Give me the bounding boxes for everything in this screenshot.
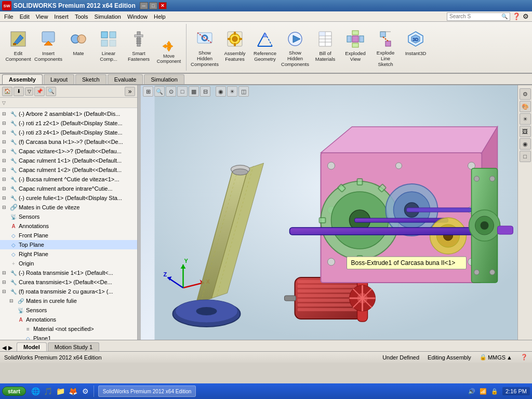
tree-item-plane1[interactable]: ◇ Plane1 [0,334,137,340]
menu-help[interactable]: Help [151,12,169,21]
window-controls[interactable]: ─ □ ✕ [140,2,167,9]
panel-search-button[interactable]: 🔍 [46,87,56,96]
feature-tree[interactable]: ⊟ 🔧 (-) Arbore 2 asamblat<1> (Default<Di… [0,108,137,340]
linear-component-button[interactable]: LinearComp... [94,26,124,69]
shadows-button[interactable]: ◫ [238,86,249,97]
tab-evaluate[interactable]: Evaluate [108,74,143,84]
zoom-to-fit-button[interactable]: ⊞ [143,86,153,97]
smart-fasteners-button[interactable]: SmartFasteners [124,26,154,69]
view-type-button[interactable]: □ [177,86,188,97]
tray-icon-3[interactable]: 🔒 [491,388,498,395]
explode-line-sketch-button[interactable]: ExplodeLineSketch [370,26,401,69]
decals-button[interactable]: 🖼 [520,126,531,137]
tree-item-top-plane[interactable]: ◇ Top Plane [0,240,137,249]
display-style-button[interactable]: ▦ [189,86,199,97]
taskbar-firefox-icon[interactable]: 🦊 [68,385,79,397]
realview-toggle[interactable]: ◉ [520,138,531,150]
start-button[interactable]: start [2,387,26,396]
tree-item-origin[interactable]: + Origin [0,259,137,268]
taskbar-solidworks-icon[interactable]: ⚙ [80,385,91,397]
tree-item-mates-curele[interactable]: ⊟ 🔗 Mates in curele fulie [0,296,137,305]
panel-pin-button[interactable]: 📌 [34,87,45,96]
tree-item-roata-gaura[interactable]: ⊟ 🔧 (f) roata transmisie 2 cu gaura<1> (… [0,287,137,296]
annotations-icon: A [17,315,25,324]
show-hidden-button[interactable]: ShowHiddenComponents [190,26,220,69]
tree-item-roti-z1z2[interactable]: ⊟ 🔧 (-) roti z1 z2<1> (Default<Display S… [0,118,137,128]
bill-of-materials-button[interactable]: Bill of Materials [310,26,340,69]
view-settings-button[interactable]: ⚙ [520,88,531,100]
tree-item-arbore[interactable]: ⊟ 🔧 (-) Arbore 2 asamblat<1> (Default<Di… [0,109,137,118]
menu-insert[interactable]: Insert [51,12,72,21]
help-button-status[interactable]: ❓ [521,354,528,361]
tree-item-front-plane[interactable]: ◇ Front Plane [0,231,137,240]
close-button[interactable]: ✕ [158,2,167,9]
model-tab[interactable]: Model [17,342,47,351]
tab-simulation[interactable]: Simulation [144,74,184,84]
tree-item-curea[interactable]: ⊟ 🔧 Curea transmisie<1> (Default<<De... [0,277,137,287]
assembly-features-button[interactable]: Assembly Features [220,26,250,69]
reference-geometry-button[interactable]: Reference Geometry [250,26,280,69]
restore-button[interactable]: □ [149,2,157,9]
menu-view[interactable]: View [33,12,51,21]
move-component-button[interactable]: MoveComponent [154,37,184,57]
panel-down-button[interactable]: ⬇ [14,87,24,96]
tree-item-capac-rulment1[interactable]: ⊟ 🔧 Capac rulment 1<1> (Default<<Default… [0,156,137,165]
mate-button[interactable]: Mate [63,26,94,69]
scene-button[interactable]: ☀ [227,86,237,97]
view-orient-button[interactable]: ⊙ [166,86,176,97]
minimize-button[interactable]: ─ [140,2,148,9]
tab-assembly[interactable]: Assembly [2,74,43,84]
tab-sketch[interactable]: Sketch [75,74,107,84]
help-icon[interactable]: ❓ [512,12,521,20]
tree-item-annotations[interactable]: A Annotations [0,221,137,231]
tray-icon-2[interactable]: 📶 [480,388,487,395]
tree-item-roti-z3z4[interactable]: ⊟ 🔧 (-) roti z3 z4<1> (Default<Display S… [0,128,137,137]
tree-item-curele[interactable]: ⊟ 🔧 (-) curele fulie<1> (Default<Display… [0,193,137,203]
menu-window[interactable]: Window [124,12,151,21]
tray-icon-1[interactable]: 🔊 [468,388,475,395]
options-icon[interactable]: ⚙ [523,12,529,20]
instant3d-button[interactable]: 3D Instant3D [401,26,431,69]
menu-tools[interactable]: Tools [72,12,91,21]
display-toggle[interactable]: □ [520,151,531,162]
taskbar-sw-window[interactable]: SolidWorks Premium 2012 x64 Edition [98,385,196,397]
panel-home-button[interactable]: 🏠 [2,87,12,96]
tree-item-capac-rulment2[interactable]: ⊟ 🔧 Capac rulment 1<2> (Default<<Default… [0,165,137,175]
exploded-view-button[interactable]: Exploded View [340,26,370,69]
tree-item-roata-transmisie[interactable]: ⊟ 🔧 (-) Roata transmisie 1<1> (Default<.… [0,268,137,277]
tree-item-material[interactable]: ≡ Material <not specified> [0,324,137,334]
edit-component-button[interactable]: EditComponent [3,26,33,69]
next-tab-button[interactable]: ▶ [8,344,12,351]
menu-simulation[interactable]: Simulation [91,12,124,21]
tree-item-right-plane[interactable]: ◇ Right Plane [0,249,137,259]
panel-expand-button[interactable]: » [125,87,135,96]
motion-study-tab[interactable]: Motion Study 1 [48,342,99,351]
taskbar-ie-icon[interactable]: 🌐 [30,385,42,397]
tree-item-annotations2[interactable]: A Annotations [0,315,137,324]
scene-button-side[interactable]: ☀ [520,113,531,125]
svg-point-123 [233,169,248,175]
tree-item-mates-cutie[interactable]: ⊟ 🔗 Mates in Cutie de viteze [0,203,137,212]
tab-layout[interactable]: Layout [44,74,74,84]
units-dropdown-icon[interactable]: ▲ [507,354,512,361]
tree-item-bucsa[interactable]: ⊟ 🔧 (-) Bucsa rulment ^Cutie de viteza<1… [0,175,137,184]
menu-edit[interactable]: Edit [17,12,33,21]
3d-viewport[interactable]: ⊞ 🔍 ⊙ □ ▦ ⊟ ◉ ☀ ◫ [141,85,532,340]
taskbar-explorer-icon[interactable]: 📁 [55,385,66,397]
tree-item-carcasa[interactable]: ⊟ 🔧 (f) Carcasa buna I<1>->? (Default<<D… [0,137,137,147]
tree-item-sensors[interactable]: 📡 Sensors [0,212,137,221]
search-input[interactable] [449,14,501,19]
tree-item-capac-vizitare[interactable]: ⊟ 🔧 Capac vizitare<1>->? (Default<<Defau… [0,147,137,156]
tree-item-sensors2[interactable]: 📡 Sensors [0,305,137,315]
prev-tab-button[interactable]: ◀ [2,344,6,351]
realview-button[interactable]: ◉ [216,86,226,97]
menu-file[interactable]: File [1,12,17,21]
new-motion-study-button[interactable]: Show Hidden Components [280,26,310,69]
taskbar-media-icon[interactable]: 🎵 [43,385,54,397]
appearances-button[interactable]: 🎨 [520,101,531,112]
panel-filter-button[interactable]: ▽ [25,87,33,96]
zoom-in-button[interactable]: 🔍 [154,86,165,97]
tree-item-capac-intrare[interactable]: ⊟ 🔧 Capac rulment arbore intrare^Cutie..… [0,184,137,193]
section-view-button[interactable]: ⊟ [200,86,210,97]
insert-components-button[interactable]: Insert Components [33,26,63,69]
